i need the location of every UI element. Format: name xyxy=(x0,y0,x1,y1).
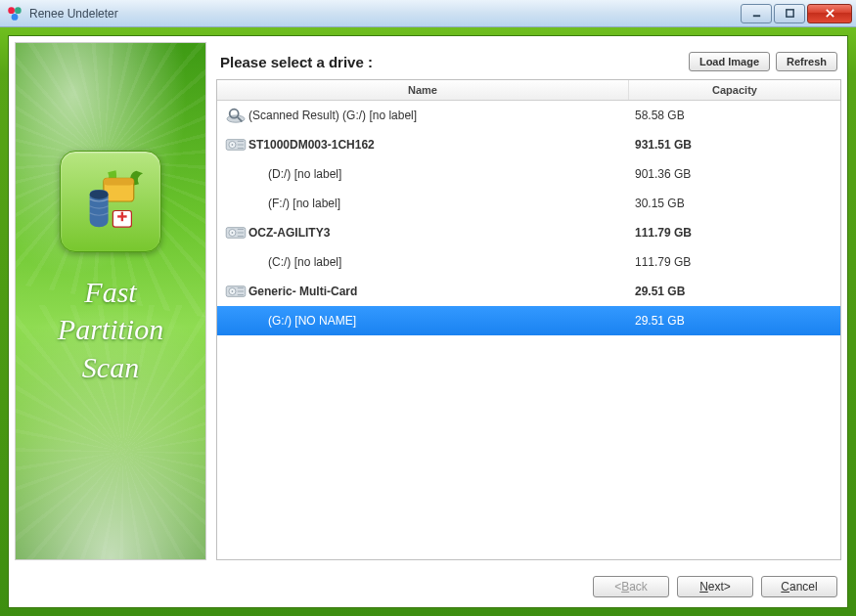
drive-name-cell: (C:/) [no label] xyxy=(217,255,629,269)
drive-name-cell: OCZ-AGILITY3 xyxy=(217,223,629,242)
back-button[interactable]: <Back xyxy=(593,576,669,597)
svg-point-28 xyxy=(232,290,234,292)
svg-point-22 xyxy=(232,232,234,234)
content-row: Fast Partition Scan Please select a driv… xyxy=(9,36,847,566)
refresh-button[interactable]: Refresh xyxy=(776,52,837,71)
drive-list-disk-row[interactable]: Generic- Multi-Card29.51 GB xyxy=(217,277,840,306)
minimize-button[interactable] xyxy=(741,4,772,23)
hdd-icon xyxy=(223,135,248,154)
main-area: Please select a drive : Load Image Refre… xyxy=(216,42,841,560)
svg-point-1 xyxy=(15,7,22,14)
cancel-button[interactable]: Cancel xyxy=(761,576,837,597)
drive-list-header: Name Capacity xyxy=(217,80,840,101)
drive-capacity-cell: 29.51 GB xyxy=(629,285,840,298)
main-header: Please select a drive : Load Image Refre… xyxy=(216,42,841,79)
drive-list: Name Capacity (Scanned Result) (G:/) [no… xyxy=(216,79,841,560)
close-button[interactable] xyxy=(807,4,852,23)
drive-name-cell: (G:/) [NO NAME] xyxy=(217,314,629,328)
drive-name-cell: ST1000DM003-1CH162 xyxy=(217,135,629,154)
hdd-icon xyxy=(223,223,248,242)
window-controls xyxy=(739,4,852,23)
drive-name-cell: (F:/) [no label] xyxy=(217,197,629,210)
drive-list-partition-row[interactable]: (D:/) [no label]901.36 GB xyxy=(217,159,840,189)
drive-name-cell: (D:/) [no label] xyxy=(217,167,629,181)
drive-name-cell: (Scanned Result) (G:/) [no label] xyxy=(217,106,629,125)
column-capacity[interactable]: Capacity xyxy=(629,80,840,100)
drive-name-text: OCZ-AGILITY3 xyxy=(248,226,330,240)
drive-capacity-cell: 30.15 GB xyxy=(629,197,840,210)
svg-rect-3 xyxy=(752,15,759,17)
svg-rect-4 xyxy=(786,10,792,17)
window-title: Renee Undeleter xyxy=(29,7,118,21)
window-body: Fast Partition Scan Please select a driv… xyxy=(0,27,856,616)
drive-list-disk-row[interactable]: ST1000DM003-1CH162931.51 GB xyxy=(217,130,840,159)
next-button[interactable]: Next> xyxy=(677,576,753,597)
load-image-button[interactable]: Load Image xyxy=(689,52,770,71)
drive-name-text: Generic- Multi-Card xyxy=(248,285,357,298)
drive-capacity-cell: 111.79 GB xyxy=(629,255,840,269)
drive-capacity-cell: 111.79 GB xyxy=(629,226,840,240)
footer: <Back Next> Cancel xyxy=(9,566,847,607)
drive-capacity-cell: 58.58 GB xyxy=(629,109,840,122)
drive-capacity-cell: 901.36 GB xyxy=(629,167,840,181)
hdd-icon xyxy=(223,282,248,301)
instruction-text: Please select a drive : xyxy=(220,54,373,70)
drive-name-text: (G:/) [NO NAME] xyxy=(268,314,356,328)
drive-list-body: (Scanned Result) (G:/) [no label]58.58 G… xyxy=(217,101,840,559)
scan-mode-title: Fast Partition Scan xyxy=(58,274,163,386)
drive-list-partition-row[interactable]: (G:/) [NO NAME]29.51 GB xyxy=(217,306,840,335)
svg-rect-6 xyxy=(104,178,134,185)
drive-name-text: (D:/) [no label] xyxy=(268,167,341,181)
maximize-button[interactable] xyxy=(774,4,805,23)
drive-list-partition-row[interactable]: (C:/) [no label]111.79 GB xyxy=(217,247,840,277)
drive-name-text: (Scanned Result) (G:/) [no label] xyxy=(248,109,417,122)
scan-mode-icon xyxy=(60,151,161,252)
drive-name-text: (F:/) [no label] xyxy=(268,197,340,210)
drive-name-cell: Generic- Multi-Card xyxy=(217,282,629,301)
drive-name-text: ST1000DM003-1CH162 xyxy=(248,138,375,152)
svg-rect-10 xyxy=(121,212,123,222)
inner-panel: Fast Partition Scan Please select a driv… xyxy=(8,35,848,608)
drive-list-partition-row[interactable]: (F:/) [no label]30.15 GB xyxy=(217,189,840,218)
svg-point-16 xyxy=(232,144,234,146)
app-icon xyxy=(6,5,23,22)
column-name[interactable]: Name xyxy=(217,80,629,100)
svg-point-7 xyxy=(90,190,109,199)
title-bar: Renee Undeleter xyxy=(0,0,856,27)
drive-list-disk-row[interactable]: OCZ-AGILITY3111.79 GB xyxy=(217,218,840,247)
drive-capacity-cell: 29.51 GB xyxy=(629,314,840,328)
search-icon xyxy=(223,106,248,125)
drive-name-text: (C:/) [no label] xyxy=(268,255,341,269)
sidebar: Fast Partition Scan xyxy=(15,42,206,560)
svg-point-0 xyxy=(8,7,15,14)
drive-list-result-row[interactable]: (Scanned Result) (G:/) [no label]58.58 G… xyxy=(217,101,840,130)
drive-capacity-cell: 931.51 GB xyxy=(629,138,840,152)
svg-point-2 xyxy=(12,14,19,21)
